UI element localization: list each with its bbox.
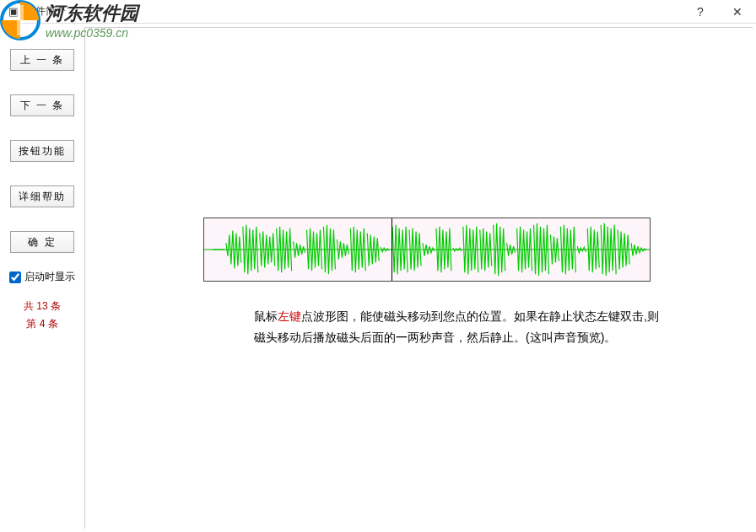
close-button[interactable]: ✕ xyxy=(719,0,756,24)
ok-button[interactable]: 确 定 xyxy=(10,231,74,253)
show-on-start-checkbox[interactable] xyxy=(9,271,21,283)
help-prefix: 鼠标 xyxy=(254,309,278,323)
main-panel: 鼠标左键点波形图，能使磁头移动到您点的位置。如果在静止状态左键双击,则 磁头移动… xyxy=(84,27,753,529)
window-controls: ? ✕ xyxy=(682,0,756,24)
total-count: 共 13 条 xyxy=(24,299,61,314)
sidebar: 上 一 条 下 一 条 按钮功能 详细帮助 确 定 启动时显示 共 13 条 第… xyxy=(0,24,84,532)
help-text: 鼠标左键点波形图，能使磁头移动到您点的位置。如果在静止状态左键双击,则 磁头移动… xyxy=(254,306,676,348)
show-on-start-row[interactable]: 启动时显示 xyxy=(9,270,75,284)
help-highlight: 左键 xyxy=(278,309,301,323)
next-button[interactable]: 下 一 条 xyxy=(10,94,74,116)
help-line2: 磁头移动后播放磁头后面的一两秒声音，然后静止。(这叫声音预览)。 xyxy=(254,330,616,344)
help-line1: 点波形图，能使磁头移动到您点的位置。如果在静止状态左键双击,则 xyxy=(301,309,659,323)
waveform-display[interactable] xyxy=(203,218,651,282)
titlebar: ▣ 软件简介 ? ✕ xyxy=(0,0,756,24)
help-button[interactable]: ? xyxy=(682,0,719,24)
window-title: 软件简介 xyxy=(25,4,66,19)
show-on-start-label: 启动时显示 xyxy=(24,270,75,284)
current-index: 第 4 条 xyxy=(26,317,57,331)
playhead[interactable] xyxy=(392,218,392,281)
app-icon: ▣ xyxy=(7,5,20,19)
prev-button[interactable]: 上 一 条 xyxy=(10,49,74,71)
detail-help-button[interactable]: 详细帮助 xyxy=(10,185,74,207)
button-function-button[interactable]: 按钮功能 xyxy=(10,140,74,162)
